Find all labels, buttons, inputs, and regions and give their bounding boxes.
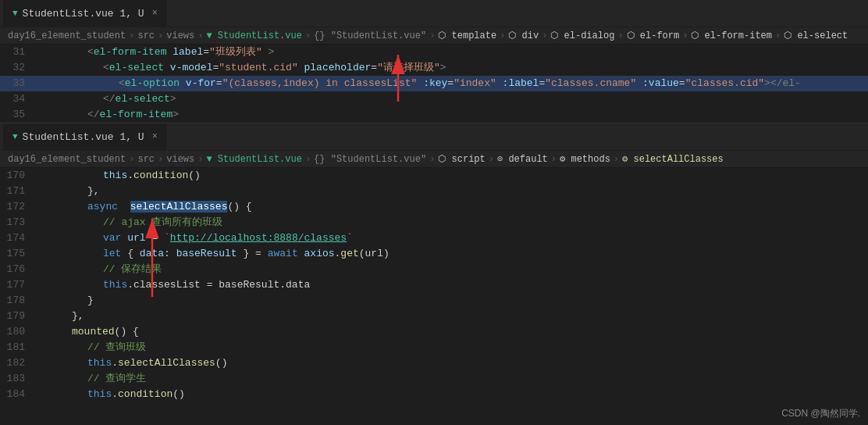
code-line-31: 31 <el-form-item label="班级列表" > [0, 45, 868, 60]
code-line-182: 182 this.selectAllClasses() [0, 355, 868, 371]
bc-item: {} "StudentList.vue" [314, 30, 426, 41]
bottom-tab-label: StudentList.vue 1, U [23, 131, 144, 143]
code-line-174: 174 var url = `http://localhost:8888/cla… [0, 230, 868, 246]
top-panel: ▼ StudentList.vue 1, U × day16_element_s… [0, 0, 868, 123]
bc-item: ⬡ el-dialog [550, 30, 614, 41]
watermark: CSDN @陶然同学. [781, 407, 860, 420]
code-line-180: 180 mounted() { [0, 324, 868, 340]
code-line-177: 177 this.classesList = baseResult.data [0, 277, 868, 293]
vue-icon: ▼ [12, 9, 18, 18]
code-line-179: 179 }, [0, 309, 868, 324]
code-line-33: 33 <el-option v-for="(classes,index) in … [0, 76, 868, 91]
bc-template: ⬡ template [438, 30, 496, 41]
bc-vue-file: ▼ StudentList.vue [206, 30, 301, 41]
bc2-item: ⚙ selectAllClasses [622, 153, 724, 165]
code-line-34: 34 </el-select> [0, 91, 868, 107]
bottom-panel: ▼ StudentList.vue 1, U × day16_element_s… [0, 123, 868, 425]
bc-item: ⬡ div [508, 30, 539, 41]
code-line-32: 32 <el-select v-model="student.cid" plac… [0, 60, 868, 76]
code-line-184: 184 this.condition() [0, 387, 868, 402]
code-line-183: 183 // 查询学生 [0, 371, 868, 387]
code-line-172: 172 async selectAllClasses() { [0, 199, 868, 215]
bc2-item: ⊙ default [497, 153, 548, 165]
code-line-170: 170 this.condition() [0, 168, 868, 184]
bc-item: views [166, 30, 194, 41]
bc-item: ⬡ el-select [784, 30, 848, 41]
top-breadcrumb: day16_element_student › src › views › ▼ … [0, 27, 868, 45]
code-line-175: 175 let { data: baseResult } = await axi… [0, 246, 868, 262]
vue-icon-bottom: ▼ [12, 132, 18, 141]
bc-item: ⬡ el-form [627, 30, 680, 41]
top-code-lines: 31 <el-form-item label="班级列表" > 32 <el-s… [0, 45, 868, 123]
bc2-item: day16_element_student [8, 154, 126, 165]
bottom-code-lines: 170 this.condition() 171 }, 172 async se… [0, 168, 868, 402]
code-line-178: 178 } [0, 293, 868, 309]
bottom-breadcrumb: day16_element_student › src › views › ▼ … [0, 151, 868, 168]
bc-item: day16_element_student [8, 30, 126, 41]
bc2-item: ⚙ methods [560, 153, 610, 165]
code-line-35: 35 </el-form-item> [0, 107, 868, 123]
top-tab-bar: ▼ StudentList.vue 1, U × [0, 0, 868, 27]
code-line-176: 176 // 保存结果 [0, 262, 868, 277]
code-line-173: 173 // ajax 查询所有的班级 [0, 215, 868, 230]
top-tab-close[interactable]: × [152, 8, 158, 19]
editor-container: ▼ StudentList.vue 1, U × day16_element_s… [0, 0, 868, 425]
bottom-tab-close[interactable]: × [152, 131, 158, 142]
top-tab[interactable]: ▼ StudentList.vue 1, U × [3, 0, 168, 27]
bc2-item: src [137, 154, 155, 165]
code-line-181: 181 // 查询班级 [0, 340, 868, 355]
bc2-item: views [166, 154, 194, 165]
code-line-171: 171 }, [0, 184, 868, 199]
bc-item: src [137, 30, 155, 41]
bc2-vue-file: ▼ StudentList.vue [206, 154, 301, 165]
bc2-script: ⬡ script [438, 153, 485, 165]
bc-item: ⬡ el-form-item [691, 30, 772, 41]
bottom-tab[interactable]: ▼ StudentList.vue 1, U × [3, 123, 168, 151]
bc2-item: {} "StudentList.vue" [314, 154, 426, 165]
bottom-tab-bar: ▼ StudentList.vue 1, U × [0, 123, 868, 151]
top-tab-label: StudentList.vue 1, U [23, 8, 144, 20]
